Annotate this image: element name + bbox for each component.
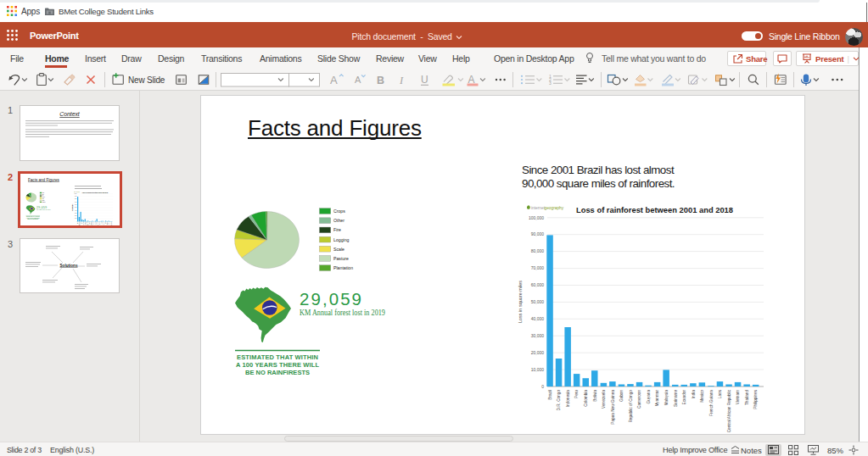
svg-text:A 100 YEARS THERE WILL: A 100 YEARS THERE WILL <box>236 361 319 369</box>
svg-text:Mexico: Mexico <box>700 390 704 403</box>
svg-text:I: I <box>399 75 404 86</box>
svg-text:A: A <box>468 74 475 86</box>
svg-text:30,000: 30,000 <box>531 333 545 338</box>
svg-text:ESTIMATED THAT WITHIN: ESTIMATED THAT WITHIN <box>237 353 318 361</box>
svg-text:Logging: Logging <box>333 237 350 242</box>
svg-text:20,000: 20,000 <box>531 350 545 355</box>
svg-text:40,000: 40,000 <box>531 316 545 321</box>
svg-text:Thailand: Thailand <box>745 390 749 405</box>
svg-text:Myanmar: Myanmar <box>655 390 659 407</box>
svg-text:Other: Other <box>333 218 344 223</box>
svg-text:BE NO RAINFIRESTS: BE NO RAINFIRESTS <box>245 369 310 376</box>
svg-text:Pasture: Pasture <box>333 256 349 261</box>
svg-text:Context: Context <box>59 111 81 117</box>
svg-text:Scale: Scale <box>333 247 344 252</box>
svg-text:Venezuela: Venezuela <box>602 390 606 409</box>
svg-text:29,059: 29,059 <box>300 289 361 309</box>
svg-text:Vietnam: Vietnam <box>736 390 740 404</box>
svg-text:Solutions: Solutions <box>60 264 78 268</box>
svg-text:Colombia: Colombia <box>584 390 588 407</box>
svg-text:60,000: 60,000 <box>531 282 545 287</box>
svg-text:Central African Republic: Central African Republic <box>727 389 731 432</box>
svg-text:70,000: 70,000 <box>531 265 545 270</box>
svg-text:90,000: 90,000 <box>531 231 545 236</box>
svg-text:Cameroon: Cameroon <box>637 390 641 409</box>
svg-text:Malaysia: Malaysia <box>664 390 669 406</box>
svg-text:Fire: Fire <box>333 227 341 232</box>
svg-text:Crops: Crops <box>333 209 345 214</box>
svg-text:Suriname: Suriname <box>674 390 678 407</box>
svg-text:New Slide: New Slide <box>128 75 165 85</box>
svg-text:Republic of Congo: Republic of Congo <box>629 390 633 423</box>
svg-text:100,000: 100,000 <box>529 215 544 220</box>
svg-text:Peru: Peru <box>574 390 579 398</box>
svg-text:Gabon: Gabon <box>619 390 624 402</box>
svg-text:Loss in square miles: Loss in square miles <box>518 281 523 323</box>
svg-text:B: B <box>377 75 384 86</box>
svg-text:Guyana: Guyana <box>647 390 651 404</box>
svg-text:A: A <box>355 75 361 85</box>
svg-text:80,000: 80,000 <box>531 248 545 253</box>
svg-text:0: 0 <box>541 384 544 389</box>
svg-text:3: 3 <box>549 81 552 86</box>
svg-text:India: India <box>692 390 696 399</box>
svg-text:A: A <box>330 74 338 86</box>
svg-text:Brazil: Brazil <box>548 390 552 400</box>
svg-text:Indonesia: Indonesia <box>566 390 570 408</box>
svg-text:U: U <box>421 74 428 86</box>
svg-text:Loss of rainforest between 200: Loss of rainforest between 2001 and 2018 <box>576 205 734 214</box>
svg-text:Facts and Figures: Facts and Figures <box>28 178 59 182</box>
svg-text:D.R. Congo: D.R. Congo <box>557 390 561 411</box>
svg-text:KM Annual forest lost in 2019: KM Annual forest lost in 2019 <box>300 308 385 317</box>
svg-text:50,000: 50,000 <box>531 299 545 304</box>
svg-text:Bolivia: Bolivia <box>593 390 597 402</box>
svg-text:French Guiana: French Guiana <box>709 390 714 416</box>
svg-text:Laos: Laos <box>718 389 722 398</box>
svg-text:geography: geography <box>545 206 564 210</box>
svg-text:internet: internet <box>531 206 546 210</box>
svg-text:10,000: 10,000 <box>531 367 545 372</box>
svg-text:Papua New Guinea: Papua New Guinea <box>611 390 615 425</box>
svg-text:Philippines: Philippines <box>753 389 758 409</box>
svg-text:Plantation: Plantation <box>333 265 353 270</box>
svg-text:Ecuador: Ecuador <box>682 390 686 405</box>
